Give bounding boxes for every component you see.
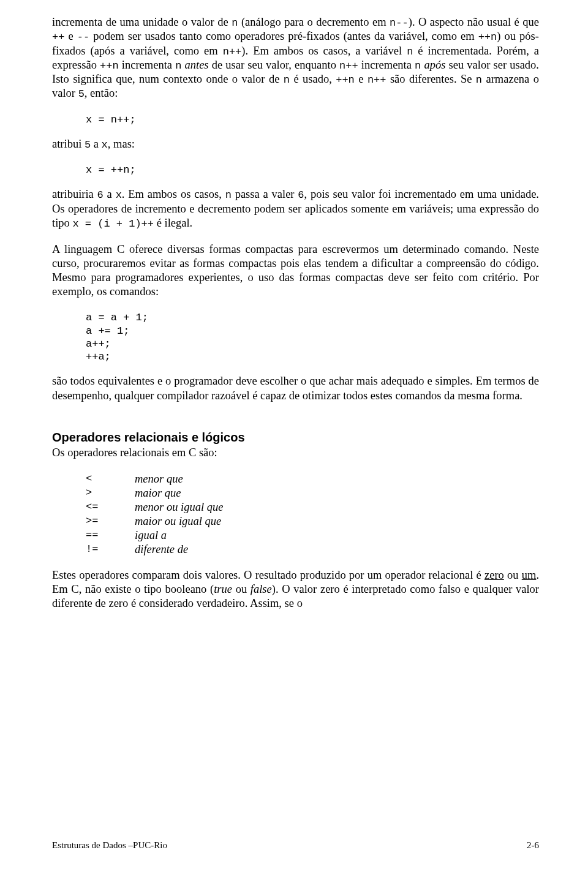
code-n: n — [284, 74, 290, 86]
page-footer: Estruturas de Dados –PUC-Rio 2-6 — [52, 840, 539, 851]
text: podem ser usados tanto como operadores p… — [89, 30, 478, 42]
operator-symbol: == — [86, 529, 135, 543]
operator-symbol: >= — [86, 514, 135, 529]
operator-row: == igual a — [86, 529, 539, 543]
operator-description: menor ou igual que — [135, 500, 223, 514]
emph-apos: após — [421, 59, 445, 71]
code-n: n — [232, 17, 238, 29]
operator-description: diferente de — [135, 543, 188, 557]
paragraph-5: são todos equivalentes e o programador d… — [52, 374, 539, 402]
text: (análogo para o decremento em — [238, 16, 390, 28]
paragraph-6: Os operadores relacionais em C são: — [52, 446, 539, 460]
text: incrementa — [358, 59, 415, 71]
underline-zero: zero — [484, 569, 504, 581]
text: são diferentes. Se — [386, 73, 475, 85]
code-block-1: x = n++; — [86, 113, 539, 126]
text: e — [64, 30, 77, 42]
code-n-dec: n-- — [390, 17, 409, 29]
code-n: n — [225, 189, 232, 201]
text: a — [104, 188, 116, 200]
operator-symbol: != — [86, 543, 135, 557]
code-pre-n: ++n — [336, 74, 355, 86]
text: a — [91, 138, 101, 150]
text: ou — [504, 569, 522, 581]
operator-row: != diferente de — [86, 543, 539, 557]
code-x: x — [102, 139, 108, 151]
operator-row: >= maior ou igual que — [86, 514, 539, 529]
paragraph-7: Estes operadores comparam dois valores. … — [52, 568, 539, 611]
code-pre-n: ++n — [100, 60, 119, 72]
text: ou — [232, 583, 251, 595]
text: de usar seu valor, enquanto — [209, 59, 339, 71]
code-inc: ++ — [52, 31, 64, 43]
text: passa a valer — [232, 188, 298, 200]
code-six: 6 — [97, 189, 104, 201]
text: atribui — [52, 138, 85, 150]
text: , então: — [85, 87, 118, 99]
underline-um: um — [522, 569, 537, 581]
footer-left: Estruturas de Dados –PUC-Rio — [52, 840, 167, 851]
text: , mas: — [108, 138, 135, 150]
code-pre-n: ++n — [478, 31, 497, 43]
operator-symbol: > — [86, 486, 135, 500]
text: ). Em ambos os casos, a variável — [241, 45, 407, 57]
document-page: incrementa de uma unidade o valor de n (… — [0, 0, 588, 869]
code-x: x — [116, 189, 122, 201]
text: atribuiria — [52, 188, 97, 200]
code-five: 5 — [85, 139, 91, 151]
text: . Em ambos os casos, — [122, 188, 225, 200]
code-dec: -- — [77, 31, 89, 43]
code-block-3: a = a + 1; a += 1; a++; ++a; — [86, 311, 539, 363]
code-five: 5 — [78, 88, 85, 100]
operator-row: > maior que — [86, 486, 539, 500]
operator-symbol: < — [86, 472, 135, 486]
text: incrementa — [119, 59, 175, 71]
emph-false: false — [251, 583, 272, 595]
footer-page-number: 2-6 — [527, 840, 539, 851]
code-illegal: x = (i + 1)++ — [72, 218, 154, 230]
operator-description: menor que — [135, 472, 183, 486]
operator-description: maior ou igual que — [135, 514, 221, 529]
operator-table: < menor que > maior que <= menor ou igua… — [86, 472, 539, 557]
paragraph-4: A linguagem C oferece diversas formas co… — [52, 243, 539, 299]
emph-true: true — [214, 583, 232, 595]
operator-row: <= menor ou igual que — [86, 500, 539, 514]
code-n: n — [407, 46, 413, 58]
text: ). O aspecto não usual é que — [409, 16, 539, 28]
code-n: n — [175, 60, 181, 72]
code-n: n — [476, 74, 482, 86]
paragraph-3: atribuiria 6 a x. Em ambos os casos, n p… — [52, 187, 539, 230]
text: é usado, — [290, 73, 336, 85]
text: incrementa de uma unidade o valor de — [52, 16, 232, 28]
code-six: 6 — [298, 189, 304, 201]
code-post-n: n++ — [368, 74, 386, 86]
operator-row: < menor que — [86, 472, 539, 486]
text: Estes operadores comparam dois valores. … — [52, 569, 484, 581]
code-n: n — [415, 60, 421, 72]
emph-antes: antes — [181, 59, 208, 71]
operator-symbol: <= — [86, 500, 135, 514]
code-block-2: x = ++n; — [86, 164, 539, 176]
section-heading-operators: Operadores relacionais e lógicos — [52, 431, 539, 445]
paragraph-2: atribui 5 a x, mas: — [52, 137, 539, 151]
operator-description: maior que — [135, 486, 181, 500]
code-post-n: n++ — [339, 60, 358, 72]
text: é ilegal. — [154, 217, 192, 229]
text: e — [355, 73, 368, 85]
paragraph-1: incrementa de uma unidade o valor de n (… — [52, 15, 539, 101]
code-post-n: n++ — [223, 46, 242, 58]
operator-description: igual a — [135, 529, 167, 543]
